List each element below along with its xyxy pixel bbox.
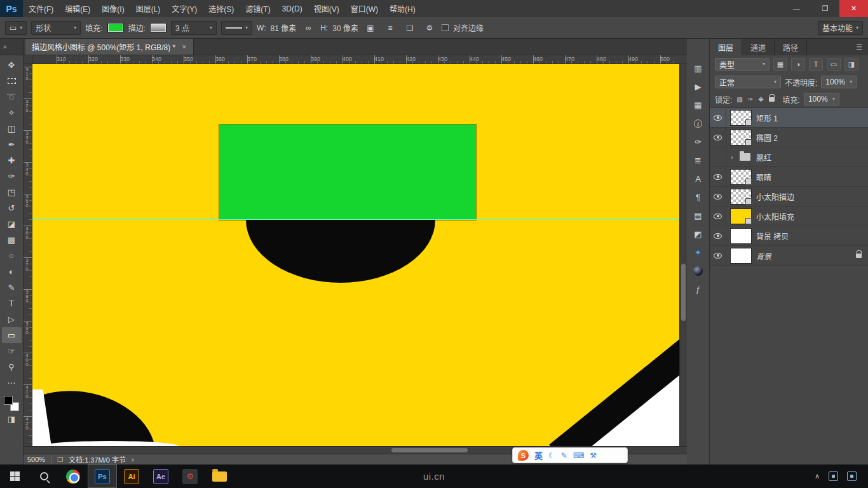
menu-layer[interactable]: 图层(L) (130, 0, 166, 17)
menu-filter[interactable]: 滤镜(T) (240, 0, 276, 17)
layer-thumbnail[interactable] (730, 169, 752, 185)
stroke-color-swatch[interactable] (150, 23, 166, 32)
path-alignment-button[interactable]: ≡ (383, 21, 398, 35)
toolbox-collapse-chevron-icon[interactable]: » (0, 39, 23, 55)
horizontal-guide[interactable] (32, 219, 679, 220)
ime-language-toggle[interactable]: 英 (534, 449, 543, 461)
tray-icon[interactable] (847, 471, 857, 481)
ime-moon-icon[interactable]: ☾ (548, 451, 555, 460)
taskbar-chrome-button[interactable] (58, 464, 88, 488)
panel-menu-icon[interactable]: ☰ (850, 39, 868, 55)
tray-expand-icon[interactable]: ∧ (815, 472, 820, 480)
restore-button[interactable]: ❐ (811, 0, 839, 17)
visibility-toggle[interactable] (710, 246, 726, 265)
layer-row[interactable]: 背景 拷贝 (710, 226, 868, 246)
menu-type[interactable]: 文字(Y) (166, 0, 203, 17)
link-dimensions-icon[interactable]: ∞ (301, 21, 316, 35)
swatches-panel-icon[interactable]: ▦ (689, 96, 708, 114)
clone-source-panel-icon[interactable]: ≣ (689, 151, 708, 170)
layer-row[interactable]: 小太阳描边 (710, 187, 868, 207)
visibility-toggle[interactable] (710, 226, 726, 245)
align-edges-checkbox[interactable] (442, 24, 449, 31)
clone-stamp-tool[interactable]: ◳ (2, 184, 22, 200)
layer-thumbnail[interactable] (730, 189, 752, 205)
type-tool[interactable]: T (2, 295, 22, 311)
lock-paint-icon[interactable]: ✑ (748, 96, 753, 103)
taskbar-search-button[interactable] (29, 464, 58, 488)
vertical-ruler[interactable]: 310 320 330 340 350 360 370 380 390 400 … (24, 64, 32, 446)
dodge-tool[interactable]: ◐ (2, 264, 22, 280)
crop-tool[interactable]: ◫ (2, 121, 22, 137)
layer-row[interactable]: 背景 (710, 246, 868, 266)
tab-layers[interactable]: 图层 (710, 39, 742, 55)
zoom-tool[interactable]: ⚲ (2, 359, 22, 375)
group-expand-icon[interactable]: › (728, 153, 736, 161)
vertical-scrollbar-thumb[interactable] (681, 264, 686, 321)
tray-icon[interactable] (829, 471, 838, 481)
visibility-toggle[interactable] (710, 187, 726, 206)
move-tool[interactable]: ✥ (2, 57, 22, 73)
tab-channels[interactable]: 通道 (742, 39, 775, 55)
lock-position-icon[interactable]: ✥ (758, 96, 763, 103)
scripts-panel-icon[interactable]: ƒ (689, 280, 708, 299)
path-arrangement-button[interactable]: ❏ (402, 21, 417, 35)
filter-adjustment-layers-icon[interactable]: ◑ (791, 58, 805, 71)
path-selection-tool[interactable]: ▷ (2, 311, 22, 327)
ime-toolbox-icon[interactable]: ⚒ (590, 451, 597, 460)
taskbar-explorer-button[interactable] (205, 464, 234, 488)
visibility-toggle[interactable] (710, 128, 726, 147)
rectangle-tool[interactable]: ▭ (2, 327, 22, 343)
visibility-toggle[interactable] (710, 167, 726, 186)
menu-image[interactable]: 图像(I) (96, 0, 130, 17)
menu-file[interactable]: 文件(F) (23, 0, 59, 17)
document-tab[interactable]: 描边风格小图标 @ 500%(矩形 1, RGB/8) * ✕ (25, 39, 194, 55)
layer-thumbnail[interactable] (730, 110, 752, 126)
horizontal-scrollbar-thumb[interactable] (391, 448, 468, 452)
lock-all-icon[interactable] (769, 97, 775, 102)
path-operations-button[interactable]: ▣ (363, 21, 378, 35)
star-plugin-icon[interactable]: ✦ (689, 243, 708, 262)
ime-keyboard-icon[interactable]: ⌨ (573, 451, 584, 460)
taskbar-illustrator-button[interactable]: Ai (117, 464, 146, 488)
taskbar-photoshop-button[interactable]: Ps (88, 464, 117, 488)
layer-group-row[interactable]: › 腮红 (710, 147, 868, 167)
foreground-background-swatches[interactable] (4, 396, 19, 411)
taskbar-tool-app-button[interactable]: ⚙ (175, 464, 205, 488)
document-tab-close-icon[interactable]: ✕ (182, 44, 187, 50)
gradient-tool[interactable]: ▩ (2, 232, 22, 248)
menu-help[interactable]: 帮助(H) (384, 0, 421, 17)
layer-thumbnail[interactable] (730, 248, 752, 264)
visibility-toggle[interactable] (710, 207, 726, 226)
layer-row[interactable]: 眼睛 (710, 167, 868, 187)
brush-settings-panel-icon[interactable]: ✑ (689, 133, 708, 151)
opacity-select[interactable]: 100% ▾ (821, 76, 857, 88)
visibility-toggle[interactable] (710, 147, 726, 166)
tool-preset-picker[interactable]: ▭ ▾ (5, 21, 27, 35)
ime-logo[interactable]: S (518, 450, 529, 461)
paragraph-panel-icon[interactable]: ¶ (689, 188, 708, 207)
stroke-width-field[interactable]: 3 点 ▾ (171, 21, 217, 35)
sphere-plugin-icon[interactable] (689, 262, 708, 280)
edit-toolbar-button[interactable]: ⋯ (2, 375, 22, 391)
pen-tool[interactable]: ✎ (2, 280, 22, 295)
styles-panel-icon[interactable]: ▤ (689, 207, 708, 225)
width-value[interactable]: 81 像素 (271, 22, 297, 33)
foreground-color-swatch[interactable] (4, 396, 13, 405)
status-chevron-icon[interactable]: › (132, 456, 134, 463)
layer-row[interactable]: 椭圆 2 (710, 128, 868, 147)
blend-mode-select[interactable]: 正常 ▾ (715, 76, 781, 88)
filter-smart-objects-icon[interactable]: ◨ (844, 58, 858, 71)
ime-pen-icon[interactable]: ✎ (561, 451, 567, 460)
layer-row[interactable]: 矩形 1 (710, 108, 868, 128)
hand-tool[interactable]: ☞ (2, 343, 22, 359)
stroke-style-select[interactable]: ▾ (221, 21, 252, 35)
blur-tool[interactable]: ○ (2, 248, 22, 264)
green-rectangle-shape[interactable] (219, 125, 476, 220)
marquee-tool[interactable] (2, 73, 22, 89)
actions-panel-icon[interactable]: ▶ (689, 78, 708, 96)
layer-thumbnail[interactable] (730, 228, 752, 244)
menu-edit[interactable]: 编辑(E) (59, 0, 96, 17)
info-panel-icon[interactable]: i (689, 114, 708, 133)
menu-3d[interactable]: 3D(D) (276, 0, 308, 17)
eraser-tool[interactable]: ◪ (2, 216, 22, 232)
